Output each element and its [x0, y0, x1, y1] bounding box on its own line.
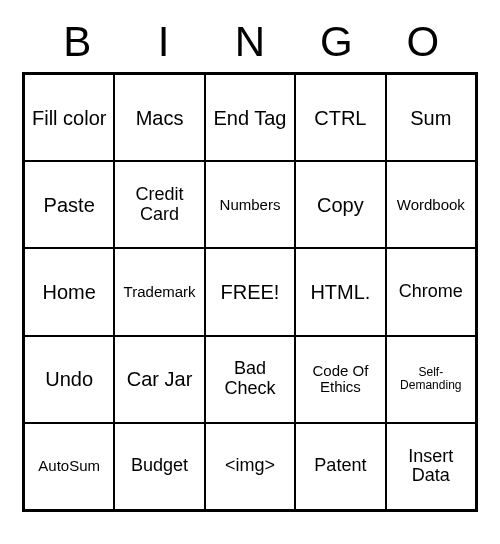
header-letter-g: G — [293, 18, 379, 66]
header-letter-n: N — [207, 18, 293, 66]
bingo-cell[interactable]: Copy — [295, 161, 385, 248]
bingo-cell[interactable]: Insert Data — [386, 423, 476, 510]
bingo-cell[interactable]: Credit Card — [114, 161, 204, 248]
bingo-cell[interactable]: HTML. — [295, 248, 385, 335]
bingo-cell[interactable]: Self-Demanding — [386, 336, 476, 423]
bingo-cell[interactable]: Macs — [114, 74, 204, 161]
bingo-cell[interactable]: Patent — [295, 423, 385, 510]
bingo-cell[interactable]: Bad Check — [205, 336, 295, 423]
bingo-cell[interactable]: Wordbook — [386, 161, 476, 248]
bingo-cell[interactable]: End Tag — [205, 74, 295, 161]
bingo-cell[interactable]: Fill color — [24, 74, 114, 161]
bingo-cell[interactable]: Budget — [114, 423, 204, 510]
bingo-grid: Fill color Macs End Tag CTRL Sum Paste C… — [22, 72, 478, 512]
bingo-cell[interactable]: <img> — [205, 423, 295, 510]
bingo-cell[interactable]: Chrome — [386, 248, 476, 335]
header-letter-b: B — [34, 18, 120, 66]
bingo-cell[interactable]: Undo — [24, 336, 114, 423]
bingo-cell[interactable]: Code Of Ethics — [295, 336, 385, 423]
bingo-cell[interactable]: Car Jar — [114, 336, 204, 423]
bingo-cell[interactable]: Numbers — [205, 161, 295, 248]
bingo-cell[interactable]: Trademark — [114, 248, 204, 335]
bingo-cell-free[interactable]: FREE! — [205, 248, 295, 335]
bingo-cell[interactable]: Sum — [386, 74, 476, 161]
header-letter-o: O — [380, 18, 466, 66]
bingo-header: B I N G O — [22, 18, 478, 66]
bingo-cell[interactable]: CTRL — [295, 74, 385, 161]
header-letter-i: I — [120, 18, 206, 66]
bingo-cell[interactable]: Paste — [24, 161, 114, 248]
bingo-card: B I N G O Fill color Macs End Tag CTRL S… — [0, 0, 500, 544]
bingo-cell[interactable]: Home — [24, 248, 114, 335]
bingo-cell[interactable]: AutoSum — [24, 423, 114, 510]
